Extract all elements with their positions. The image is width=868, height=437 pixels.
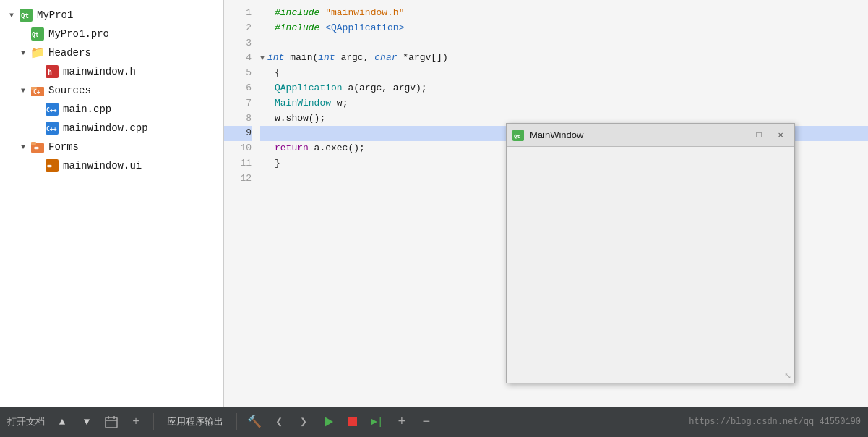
svg-text:C++: C++ <box>46 126 57 132</box>
pro-file-item[interactable]: Qt MyPro1.pro <box>0 25 223 43</box>
svg-rect-20 <box>106 417 117 428</box>
ln-8: 8 <box>224 111 252 127</box>
sources-folder-icon: C+ <box>30 83 45 98</box>
svg-text:C++: C++ <box>46 107 57 114</box>
sources-folder[interactable]: C+ Sources <box>0 81 223 100</box>
down-btn[interactable]: ▼ <box>77 412 97 432</box>
ln-4: 4 <box>224 51 252 66</box>
svg-text:Qt: Qt <box>32 32 39 38</box>
code-line-6: QApplication a(argc, argv); <box>260 81 868 96</box>
forms-folder[interactable]: ✏ Forms <box>0 137 223 156</box>
ln-1: 1 <box>224 6 252 21</box>
fold-icon: ▼ <box>260 53 265 64</box>
mainwindow-h-item[interactable]: h mainwindow.h <box>0 62 223 81</box>
code-line-5: { <box>260 66 868 81</box>
forms-folder-icon: ✏ <box>30 140 45 154</box>
popup-body: ⤡ <box>507 147 794 383</box>
svg-rect-25 <box>348 417 357 426</box>
ln-11: 11 <box>224 156 252 171</box>
mainwindow-cpp-name: mainwindow.cpp <box>63 122 148 134</box>
cpp-file-icon2: C++ <box>45 121 59 135</box>
main-cpp-name: main.cpp <box>63 103 111 115</box>
svg-text:✏: ✏ <box>47 163 53 170</box>
project-icon: Qt <box>19 8 33 22</box>
popup-resize-handle[interactable]: ⤡ <box>784 370 791 381</box>
up-btn[interactable]: ▲ <box>52 412 72 432</box>
plus-doc-btn[interactable]: + <box>126 412 146 432</box>
stop-btn[interactable] <box>343 412 363 432</box>
mainwindow-ui-name: mainwindow.ui <box>63 160 142 171</box>
code-line-7: MainWindow w; <box>260 96 868 111</box>
ln-9: 9 <box>224 126 252 141</box>
svg-text:h: h <box>48 68 52 76</box>
prev-btn[interactable]: ❮ <box>269 412 289 432</box>
ln-2: 2 <box>224 21 252 36</box>
code-line-2: #include <QApplication> <box>260 21 868 36</box>
ln-10: 10 <box>224 141 252 156</box>
headers-folder[interactable]: 📁 Headers <box>0 43 223 62</box>
ln-6: 6 <box>224 81 252 96</box>
headers-folder-icon: 📁 <box>30 46 45 60</box>
ln-7: 7 <box>224 96 252 111</box>
code-line-4: ▼ int main(int argc, char *argv[]) <box>260 51 868 66</box>
url-link[interactable]: https://blog.csdn.net/qq_41550190 <box>689 417 861 427</box>
headers-label: Headers <box>48 47 91 59</box>
project-root[interactable]: Qt MyPro1 <box>0 6 223 25</box>
sources-arrow <box>17 85 29 96</box>
sources-label: Sources <box>48 85 91 96</box>
output-label: 应用程序输出 <box>167 415 223 428</box>
popup-close-btn[interactable]: ✕ <box>773 127 788 143</box>
h-file-icon: h <box>45 64 59 79</box>
ln-12: 12 <box>224 171 252 187</box>
popup-title-icon: Qt <box>512 130 524 141</box>
forms-arrow <box>17 141 29 153</box>
svg-text:Qt: Qt <box>21 12 29 20</box>
ui-file-icon: ✏ <box>45 158 59 173</box>
separator1 <box>153 413 154 430</box>
pro-file-icon: Qt <box>30 27 45 41</box>
main-area: Qt MyPro1 Qt MyPro1.pro 📁 Headers <box>0 0 868 407</box>
popup-maximize-btn[interactable]: □ <box>751 127 767 143</box>
run-btn[interactable] <box>318 412 338 432</box>
line-numbers: 1 2 3 4 5 6 7 8 9 10 11 12 <box>224 0 260 407</box>
code-line-3 <box>260 36 868 51</box>
popup-title-text: MainWindow <box>530 130 723 140</box>
ln-3: 3 <box>224 36 252 51</box>
pro-file-name: MyPro1.pro <box>48 28 109 40</box>
svg-marker-24 <box>325 417 333 427</box>
add-btn[interactable]: + <box>392 412 412 432</box>
main-cpp-item[interactable]: C++ main.cpp <box>0 100 223 119</box>
open-doc-label: 打开文档 <box>7 415 45 428</box>
project-arrow <box>6 9 17 21</box>
hammer-btn[interactable]: 🔨 <box>244 412 265 432</box>
svg-text:C+: C+ <box>33 89 40 96</box>
project-name: MyPro1 <box>37 9 73 21</box>
calendar-btn[interactable] <box>101 412 121 432</box>
code-line-1: #include "mainwindow.h" <box>260 6 868 21</box>
next-btn[interactable]: ❯ <box>293 412 314 432</box>
bottom-bar: 打开文档 ▲ ▼ + 应用程序输出 🔨 ❮ ❯ ►| + − https://b… <box>0 407 868 437</box>
mainwindow-cpp-item[interactable]: C++ mainwindow.cpp <box>0 119 223 137</box>
mainwindow-h-name: mainwindow.h <box>63 66 136 77</box>
headers-arrow <box>17 47 29 59</box>
sidebar: Qt MyPro1 Qt MyPro1.pro 📁 Headers <box>0 0 224 407</box>
separator2 <box>236 413 237 430</box>
forms-label: Forms <box>48 141 79 153</box>
ln-5: 5 <box>224 66 252 81</box>
debug-btn[interactable]: ►| <box>367 412 387 432</box>
editor-area: 1 2 3 4 5 6 7 8 9 10 11 12 #include "mai… <box>224 0 868 407</box>
popup-minimize-btn[interactable]: — <box>729 127 745 143</box>
svg-text:✏: ✏ <box>34 145 40 152</box>
cpp-file-icon1: C++ <box>45 102 59 116</box>
mainwindow-popup[interactable]: Qt MainWindow — □ ✕ ⤡ <box>506 123 795 383</box>
popup-titlebar: Qt MainWindow — □ ✕ <box>507 124 794 147</box>
minus-btn[interactable]: − <box>416 412 437 432</box>
mainwindow-ui-item[interactable]: ✏ mainwindow.ui <box>0 156 223 175</box>
svg-text:Qt: Qt <box>514 134 520 140</box>
